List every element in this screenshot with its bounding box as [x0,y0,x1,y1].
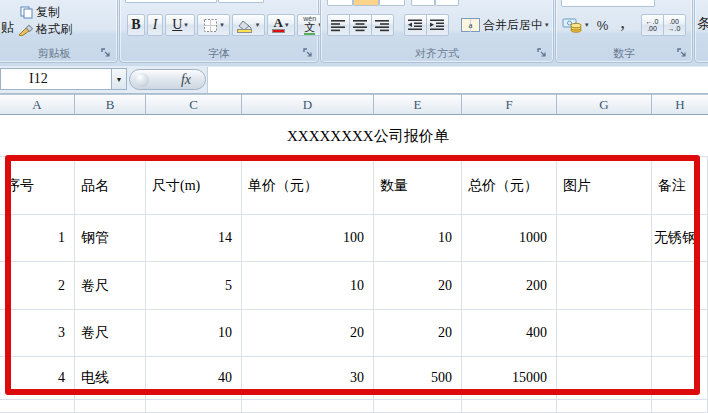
header-cell[interactable]: 数量 [374,157,462,215]
table-cell[interactable] [652,310,708,357]
formula-input[interactable] [207,67,708,93]
column-header-d[interactable]: D [242,94,374,115]
table-cell[interactable]: 100 [242,215,374,262]
number-format-combo-partial[interactable] [561,0,655,7]
column-header-a[interactable]: A [0,94,75,115]
table-cell[interactable]: 2 [0,262,75,310]
empty-cell[interactable] [242,400,374,413]
column-header-h[interactable]: H [652,94,708,115]
table-cell[interactable]: 14 [146,215,242,262]
format-painter-label: 格式刷 [36,21,72,38]
table-cell[interactable]: 500 [374,357,462,400]
table-cell[interactable] [557,262,652,310]
table-cell[interactable]: 卷尺 [75,262,146,310]
table-cell[interactable]: 卷尺 [75,310,146,357]
table-cell[interactable]: 1 [0,215,75,262]
column-header-g[interactable]: G [557,94,652,115]
align-middle-button-partial[interactable] [353,0,379,6]
accounting-dropdown-icon[interactable]: ▾ [585,21,589,29]
insert-function-button[interactable]: fx [129,69,206,90]
underline-button[interactable]: U ▾ [165,14,195,36]
table-cell[interactable]: 10 [374,215,462,262]
table-cell[interactable]: 40 [146,357,242,400]
table-cell[interactable] [652,357,708,400]
header-cell[interactable]: 尺寸(m) [146,157,242,215]
font-color-dropdown-icon[interactable]: ▾ [285,21,289,29]
percent-style-button[interactable]: % [593,14,613,36]
font-size-combo-partial[interactable] [218,0,264,3]
clipboard-dialog-launcher-icon[interactable] [101,48,111,58]
bold-button[interactable]: B [127,14,145,36]
table-cell[interactable]: 30 [242,357,374,400]
merge-center-dropdown-icon[interactable]: ▾ [545,21,549,29]
align-center-button[interactable] [349,14,372,36]
empty-cell[interactable] [462,400,557,413]
column-header-e[interactable]: E [374,94,462,115]
table-cell[interactable]: 400 [462,310,557,357]
font-dialog-launcher-icon[interactable] [303,48,313,58]
table-cell[interactable]: 10 [146,310,242,357]
header-cell[interactable]: 品名 [75,157,146,215]
table-cell[interactable]: 5 [146,262,242,310]
wrap-text-button-partial[interactable] [435,0,459,6]
increase-decimal-button[interactable]: ←.0 .00 [641,14,664,36]
align-right-button[interactable] [371,14,394,36]
borders-button[interactable]: ▾ [197,14,230,36]
table-cell[interactable]: 电线 [75,357,146,400]
paste-button-partial[interactable]: 贴 [1,19,14,37]
font-color-button[interactable]: A ▾ [267,14,295,36]
table-cell[interactable]: 4 [0,357,75,400]
header-cell[interactable]: 图片 [557,157,652,215]
column-header-b[interactable]: B [75,94,146,115]
font-name-combo-partial[interactable] [125,0,217,3]
italic-button[interactable]: I [147,14,163,36]
title-cell[interactable]: XXXXXXXX公司报价单 [0,115,708,157]
conditional-formatting-button-partial[interactable]: 条 [697,15,708,33]
orientation-button-partial[interactable] [411,0,435,6]
table-cell[interactable]: 20 [374,310,462,357]
format-painter-button[interactable]: 格式刷 [17,20,73,39]
fill-color-dropdown-icon[interactable]: ▾ [256,21,260,29]
align-left-button[interactable] [327,14,350,36]
table-cell[interactable] [557,357,652,400]
header-cell[interactable]: 备注 [652,157,708,215]
borders-dropdown-icon[interactable]: ▾ [220,21,224,29]
decrease-indent-button[interactable] [404,14,427,36]
table-cell[interactable] [557,215,652,262]
header-cell[interactable]: 总价（元） [462,157,557,215]
empty-cell[interactable] [374,400,462,413]
table-cell[interactable] [557,310,652,357]
header-cell[interactable]: 序号 [0,157,75,215]
column-header-c[interactable]: C [146,94,242,115]
table-cell[interactable] [652,262,708,310]
table-cell[interactable]: 3 [0,310,75,357]
header-cell[interactable]: 单价（元） [242,157,374,215]
align-bottom-button-partial[interactable] [379,0,405,6]
empty-cell[interactable] [0,400,75,413]
underline-dropdown-icon[interactable]: ▾ [184,21,188,29]
comma-style-button[interactable]: , [615,14,631,36]
empty-cell[interactable] [652,400,708,413]
table-cell[interactable]: 1000 [462,215,557,262]
table-cell[interactable]: 200 [462,262,557,310]
name-box-dropdown-icon[interactable]: ▼ [112,68,127,90]
merge-center-button[interactable]: a 合并后居中 ▾ [457,14,553,36]
accounting-format-button[interactable]: ▾ [560,14,591,36]
table-cell[interactable]: 15000 [462,357,557,400]
decrease-decimal-button[interactable]: .00 →.0 [663,14,686,36]
empty-cell[interactable] [75,400,146,413]
table-cell[interactable]: 无锈钢 [652,215,708,262]
table-cell[interactable]: 10 [242,262,374,310]
alignment-dialog-launcher-icon[interactable] [537,48,547,58]
table-cell[interactable]: 20 [242,310,374,357]
fill-color-button[interactable]: ▾ [232,14,265,36]
empty-cell[interactable] [146,400,242,413]
increase-indent-button[interactable] [426,14,449,36]
name-box[interactable]: I12 [0,68,112,90]
number-dialog-launcher-icon[interactable] [677,48,687,58]
table-cell[interactable]: 钢管 [75,215,146,262]
table-cell[interactable]: 20 [374,262,462,310]
column-header-f[interactable]: F [462,94,557,115]
align-top-button-partial[interactable] [327,0,353,6]
empty-cell[interactable] [557,400,652,413]
